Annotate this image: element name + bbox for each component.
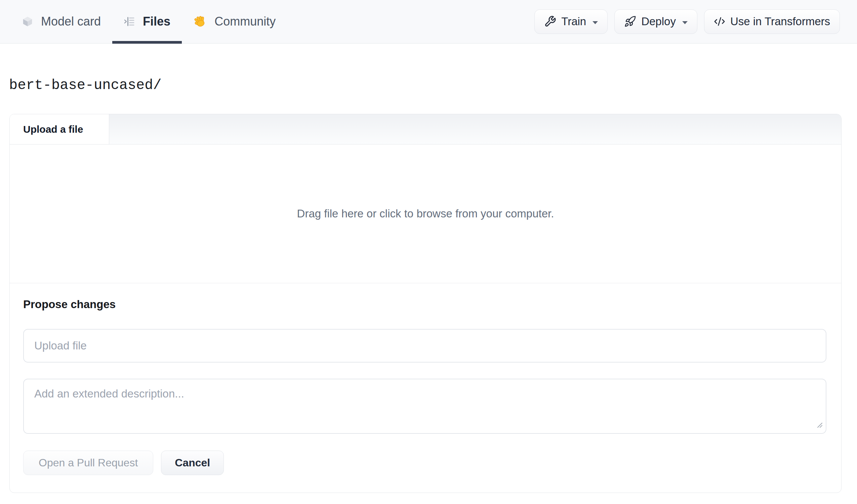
repo-header: Model card Files xyxy=(0,0,857,44)
upload-file-input[interactable] xyxy=(23,329,826,363)
train-button-label: Train xyxy=(561,15,586,28)
tab-files-label: Files xyxy=(143,14,170,29)
deploy-button[interactable]: Deploy xyxy=(614,10,698,34)
repo-nav-tabs: Model card Files xyxy=(11,0,287,43)
upload-card-tabbar: Upload a file xyxy=(10,114,841,145)
description-field-wrap xyxy=(23,379,826,434)
tab-community[interactable]: Community xyxy=(182,0,287,43)
use-in-transformers-label: Use in Transformers xyxy=(730,15,830,28)
wave-hand-icon xyxy=(193,15,207,28)
files-list-icon xyxy=(124,16,135,27)
propose-actions-row: Open a Pull Request Cancel xyxy=(23,451,826,475)
open-pull-request-button[interactable]: Open a Pull Request xyxy=(23,451,153,475)
textarea-resize-handle[interactable] xyxy=(816,421,823,430)
rocket-icon xyxy=(624,15,636,28)
extended-description-textarea[interactable] xyxy=(23,379,826,434)
propose-changes-section: Propose changes Open a Pull Request Canc… xyxy=(10,283,841,492)
main-content: bert-base-uncased/ Upload a file Drag fi… xyxy=(0,77,857,493)
breadcrumb[interactable]: bert-base-uncased/ xyxy=(9,77,857,94)
cancel-button[interactable]: Cancel xyxy=(161,451,224,475)
chevron-down-icon xyxy=(682,21,688,24)
tab-community-label: Community xyxy=(214,14,275,29)
dropzone-hint-text: Drag file here or click to browse from y… xyxy=(297,207,554,220)
propose-changes-heading: Propose changes xyxy=(23,298,826,311)
tab-upload-a-file[interactable]: Upload a file xyxy=(10,114,109,144)
file-dropzone[interactable]: Drag file here or click to browse from y… xyxy=(10,145,841,283)
tab-files[interactable]: Files xyxy=(112,0,182,43)
deploy-button-label: Deploy xyxy=(641,15,676,28)
train-button[interactable]: Train xyxy=(534,10,608,34)
chevron-down-icon xyxy=(592,21,598,24)
code-icon xyxy=(714,16,725,27)
wrench-icon xyxy=(544,15,556,28)
upload-card: Upload a file Drag file here or click to… xyxy=(10,114,842,493)
repo-action-buttons: Train Deploy xyxy=(534,0,840,43)
tab-model-card[interactable]: Model card xyxy=(11,0,112,43)
cube-icon xyxy=(22,16,33,27)
use-in-transformers-button[interactable]: Use in Transformers xyxy=(704,10,840,34)
tab-model-card-label: Model card xyxy=(41,14,101,29)
tab-upload-a-file-label: Upload a file xyxy=(23,124,83,135)
